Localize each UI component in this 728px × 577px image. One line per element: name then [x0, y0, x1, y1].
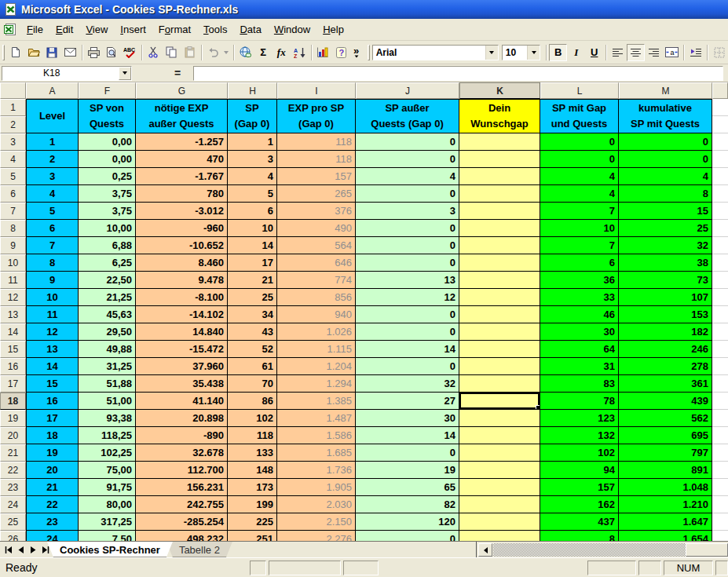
column-header-K[interactable]: K — [459, 82, 540, 99]
cell-L20[interactable]: 132 — [540, 427, 619, 444]
header-cell-J1[interactable]: SP außerQuests (Gap 0) — [356, 99, 459, 133]
cell-I25[interactable]: 2.150 — [277, 513, 356, 531]
cell-I6[interactable]: 265 — [277, 185, 356, 203]
cell-L7[interactable]: 7 — [540, 203, 619, 220]
font-name-dropdown-icon[interactable] — [485, 46, 498, 60]
cell-J20[interactable]: 14 — [356, 427, 459, 444]
cell-I7[interactable]: 376 — [277, 203, 356, 220]
cell-A15[interactable]: 13 — [26, 341, 79, 358]
row-header-26[interactable]: 26 — [0, 531, 26, 541]
cell-K11[interactable] — [459, 272, 540, 289]
cell-G12[interactable]: -8.100 — [136, 289, 228, 306]
cell-L19[interactable]: 123 — [540, 410, 619, 427]
cell-L21[interactable]: 102 — [540, 444, 619, 462]
cell-F18[interactable]: 51,00 — [79, 393, 136, 410]
cell-K15[interactable] — [459, 341, 540, 358]
cell-M16[interactable]: 278 — [619, 358, 712, 375]
cell-M26[interactable]: 1.654 — [619, 531, 712, 541]
align-right-button[interactable] — [645, 44, 663, 61]
empty-cell[interactable] — [712, 168, 728, 185]
cell-H6[interactable]: 5 — [228, 185, 277, 203]
cell-G8[interactable]: -960 — [136, 220, 228, 237]
cell-M12[interactable]: 107 — [619, 289, 712, 306]
email-button[interactable] — [61, 44, 79, 61]
underline-button[interactable]: U — [585, 44, 603, 61]
cell-I9[interactable]: 564 — [277, 237, 356, 254]
cell-I10[interactable]: 646 — [277, 254, 356, 272]
empty-cell[interactable] — [712, 479, 728, 496]
cell-F7[interactable]: 3,75 — [79, 203, 136, 220]
cell-J9[interactable]: 0 — [356, 237, 459, 254]
cell-F12[interactable]: 21,25 — [79, 289, 136, 306]
previous-sheet-button[interactable] — [14, 543, 27, 557]
cell-F11[interactable]: 22,50 — [79, 272, 136, 289]
cell-H7[interactable]: 6 — [228, 203, 277, 220]
cell-H17[interactable]: 70 — [228, 375, 277, 393]
tab-cookies-sp-rechner[interactable]: Cookies SP-Rechner — [47, 542, 173, 557]
cell-L10[interactable]: 6 — [540, 254, 619, 272]
cell-J7[interactable]: 3 — [356, 203, 459, 220]
cell-L15[interactable]: 64 — [540, 341, 619, 358]
cell-A12[interactable]: 10 — [26, 289, 79, 306]
empty-cell[interactable] — [712, 289, 728, 306]
row-header-19[interactable]: 19 — [0, 410, 26, 427]
menu-view[interactable]: View — [79, 20, 114, 38]
cell-M20[interactable]: 695 — [619, 427, 712, 444]
save-button[interactable] — [43, 44, 61, 61]
cell-F21[interactable]: 102,25 — [79, 444, 136, 462]
column-header-I[interactable]: I — [277, 82, 356, 99]
cell-F10[interactable]: 6,25 — [79, 254, 136, 272]
cell-L23[interactable]: 157 — [540, 479, 619, 496]
cell-H24[interactable]: 199 — [228, 496, 277, 513]
cell-L22[interactable]: 94 — [540, 462, 619, 479]
cell-F19[interactable]: 93,38 — [79, 410, 136, 427]
menu-tools[interactable]: Tools — [197, 20, 233, 38]
print-preview-button[interactable] — [103, 44, 121, 61]
cell-H13[interactable]: 34 — [228, 306, 277, 323]
cell-K16[interactable] — [459, 358, 540, 375]
empty-cell[interactable] — [712, 393, 728, 410]
cell-L9[interactable]: 7 — [540, 237, 619, 254]
cell-F16[interactable]: 31,25 — [79, 358, 136, 375]
select-all-corner[interactable] — [0, 82, 26, 99]
cell-J17[interactable]: 32 — [356, 375, 459, 393]
cell-J24[interactable]: 82 — [356, 496, 459, 513]
cell-G7[interactable]: -3.012 — [136, 203, 228, 220]
copy-button[interactable] — [163, 44, 181, 61]
cell-L26[interactable]: 8 — [540, 531, 619, 541]
cell-I23[interactable]: 1.905 — [277, 479, 356, 496]
cell-F9[interactable]: 6,88 — [79, 237, 136, 254]
row-header-5[interactable]: 5 — [0, 168, 26, 185]
row-header-11[interactable]: 11 — [0, 272, 26, 289]
row-header-18[interactable]: 18 — [0, 393, 26, 410]
cell-G19[interactable]: 20.898 — [136, 410, 228, 427]
cell-I24[interactable]: 2.030 — [277, 496, 356, 513]
bold-button[interactable]: B — [549, 44, 567, 61]
hscroll-thumb[interactable] — [686, 543, 728, 557]
cell-K13[interactable] — [459, 306, 540, 323]
cell-J14[interactable]: 0 — [356, 323, 459, 341]
cell-I15[interactable]: 1.115 — [277, 341, 356, 358]
cell-F15[interactable]: 49,88 — [79, 341, 136, 358]
empty-cell[interactable] — [712, 237, 728, 254]
empty-cells[interactable] — [712, 99, 728, 133]
autosum-button[interactable]: Σ — [254, 44, 273, 61]
header-cell-M1[interactable]: kumulativeSP mit Quests — [619, 99, 712, 133]
cell-J21[interactable]: 0 — [356, 444, 459, 462]
cell-K12[interactable] — [459, 289, 540, 306]
empty-cell[interactable] — [712, 323, 728, 341]
cell-H5[interactable]: 4 — [228, 168, 277, 185]
empty-cell[interactable] — [712, 444, 728, 462]
cell-L4[interactable]: 0 — [540, 151, 619, 168]
row-header-17[interactable]: 17 — [0, 375, 26, 393]
paste-function-button[interactable]: fx — [273, 44, 291, 61]
empty-cell[interactable] — [712, 306, 728, 323]
cell-L14[interactable]: 30 — [540, 323, 619, 341]
cell-H23[interactable]: 173 — [228, 479, 277, 496]
cell-L18[interactable]: 78 — [540, 393, 619, 410]
cell-M8[interactable]: 25 — [619, 220, 712, 237]
cell-J8[interactable]: 0 — [356, 220, 459, 237]
next-sheet-button[interactable] — [27, 543, 39, 557]
empty-cell[interactable] — [712, 358, 728, 375]
menu-edit[interactable]: Edit — [49, 20, 79, 38]
